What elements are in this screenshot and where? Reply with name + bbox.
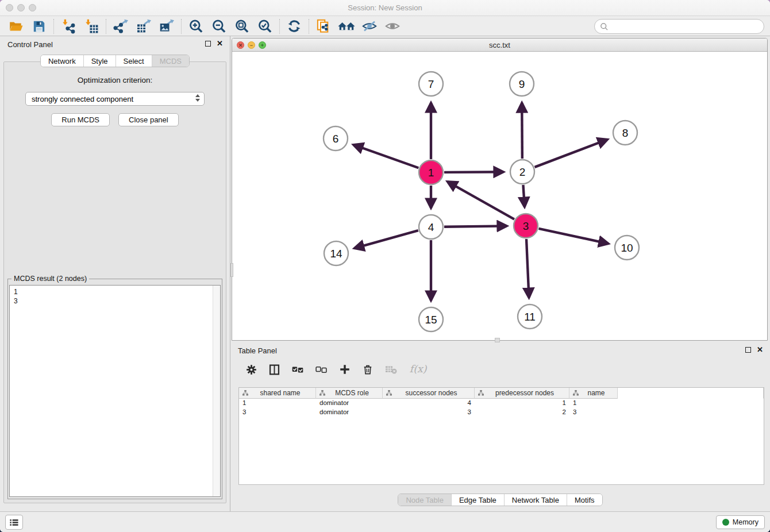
open-session-icon[interactable] — [5, 18, 28, 35]
graph-edge-4-14[interactable] — [355, 230, 418, 248]
refresh-icon[interactable] — [283, 18, 306, 35]
zoom-fit-icon[interactable] — [230, 18, 253, 35]
search-icon — [600, 22, 609, 31]
graph-edge-1-2[interactable] — [444, 172, 503, 172]
column-header-filler — [618, 388, 764, 399]
import-table-icon[interactable] — [80, 18, 103, 35]
table-row[interactable]: 3dominator323 — [239, 408, 764, 417]
graph-node-label: 14 — [330, 248, 342, 260]
float-table-panel-icon[interactable] — [745, 347, 751, 353]
first-neighbors-icon[interactable] — [335, 18, 358, 35]
table-cell[interactable]: 4 — [383, 399, 475, 408]
graph-node-label: 9 — [519, 78, 525, 90]
tab-motifs[interactable]: Motifs — [567, 494, 602, 506]
add-row-icon[interactable] — [338, 363, 351, 378]
function-builder-icon: f(x) — [409, 363, 432, 379]
graph-node-label: 15 — [425, 314, 437, 326]
table-body: 1dominator4113dominator323 — [239, 399, 764, 417]
graph-edge-2-3[interactable] — [523, 185, 524, 207]
toolbar-separator — [309, 19, 309, 34]
network-canvas[interactable]: 1234678910111415 — [232, 52, 767, 340]
desktop: Session: New Session — [0, 0, 770, 532]
table-tabs: Node TableEdge TableNetwork TableMotifs — [398, 494, 602, 506]
tab-network-table[interactable]: Network Table — [504, 494, 567, 506]
control-panel-tabs: NetworkStyleSelectMCDS — [40, 55, 190, 67]
graph-node-label: 1 — [428, 167, 434, 179]
delete-table-icon — [384, 364, 398, 377]
search-input[interactable] — [609, 21, 764, 32]
export-table-icon[interactable] — [132, 18, 155, 35]
tab-mcds[interactable]: MCDS — [152, 55, 189, 67]
duplicate-network-icon[interactable] — [312, 18, 335, 35]
horizontal-splitter-handle[interactable] — [495, 338, 500, 342]
export-network-icon[interactable] — [109, 18, 132, 35]
mcds-result-title: MCDS result (2 nodes) — [11, 275, 89, 283]
column-header-successor-nodes[interactable]: successor nodes — [383, 388, 475, 399]
table-cell[interactable]: 1 — [475, 399, 569, 408]
mcds-panel: Optimization criterion: strongly connect… — [3, 61, 226, 503]
graph-edge-3-10[interactable] — [538, 229, 608, 244]
node-table[interactable]: shared nameMCDS rolesuccessor nodesprede… — [238, 387, 764, 485]
network-window-titlebar: ✕ − + scc.txt — [232, 38, 767, 52]
memory-label: Memory — [733, 518, 759, 526]
import-network-icon[interactable] — [57, 18, 80, 35]
graph-edge-3-1[interactable] — [448, 182, 514, 219]
graph-edge-4-3[interactable] — [444, 226, 507, 226]
vertical-splitter-handle[interactable] — [230, 263, 233, 277]
table-cell[interactable]: 3 — [569, 408, 618, 417]
list-icon — [9, 518, 19, 527]
search-field[interactable] — [594, 19, 764, 34]
memory-button[interactable]: Memory — [716, 515, 765, 529]
graph-edge-3-11[interactable] — [526, 239, 529, 298]
save-session-icon[interactable] — [28, 18, 51, 35]
graph-node-label: 11 — [524, 311, 536, 323]
tab-node-table[interactable]: Node Table — [398, 494, 451, 506]
result-scrollbar[interactable] — [213, 286, 220, 496]
svg-text:f(x): f(x) — [410, 363, 428, 375]
mcds-result-list[interactable]: 13 — [9, 285, 221, 497]
optimization-criterion-value: strongly connected component — [32, 95, 133, 103]
right-column: ✕ − + scc.txt 1234678910111415 — [230, 36, 770, 511]
column-header-predecessor-nodes[interactable]: predecessor nodes — [475, 388, 569, 399]
show-all-eye-icon[interactable] — [381, 18, 404, 35]
zoom-selected-icon[interactable] — [253, 18, 276, 35]
column-header-name[interactable]: name — [569, 388, 618, 399]
table-cell[interactable]: 1 — [569, 399, 618, 408]
close-table-panel-icon[interactable]: ✕ — [757, 347, 763, 353]
deselect-all-icon[interactable] — [315, 364, 328, 377]
select-all-icon[interactable] — [291, 364, 304, 377]
run-mcds-button[interactable]: Run MCDS — [51, 113, 110, 126]
column-header-shared-name[interactable]: shared name — [239, 388, 316, 399]
optimization-criterion-select[interactable]: strongly connected component — [25, 92, 205, 106]
table-cell[interactable]: 2 — [475, 408, 569, 417]
export-image-icon[interactable] — [155, 18, 178, 35]
graph-edge-2-9[interactable] — [522, 103, 522, 159]
show-columns-icon[interactable] — [268, 364, 280, 378]
tab-style[interactable]: Style — [83, 55, 116, 67]
delete-row-icon[interactable] — [362, 364, 374, 378]
column-header-MCDS-role[interactable]: MCDS role — [316, 388, 383, 399]
tab-edge-table[interactable]: Edge Table — [451, 494, 504, 506]
mcds-result-group: MCDS result (2 nodes) 13 — [7, 279, 222, 499]
graph-node-label: 10 — [621, 242, 633, 254]
zoom-in-icon[interactable] — [184, 18, 207, 35]
table-cell[interactable]: 3 — [239, 408, 316, 417]
close-panel-button[interactable]: Close panel — [118, 113, 179, 126]
tab-network[interactable]: Network — [41, 55, 83, 67]
zoom-out-icon[interactable] — [207, 18, 230, 35]
log-console-button[interactable] — [5, 515, 23, 530]
close-panel-icon[interactable]: ✕ — [217, 41, 223, 47]
graph-edge-2-8[interactable] — [535, 140, 608, 167]
float-panel-icon[interactable] — [205, 41, 211, 47]
optimization-criterion-label: Optimization criterion: — [4, 76, 226, 84]
table-cell[interactable]: dominator — [316, 399, 383, 408]
table-row[interactable]: 1dominator411 — [239, 399, 764, 408]
graph-edge-1-6[interactable] — [353, 145, 418, 168]
settings-gear-icon[interactable] — [245, 364, 257, 378]
table-cell[interactable]: 3 — [383, 408, 475, 417]
table-cell[interactable]: 1 — [239, 399, 316, 408]
table-cell[interactable]: dominator — [316, 408, 383, 417]
tab-select[interactable]: Select — [116, 55, 152, 67]
hide-selected-eye-icon[interactable] — [358, 18, 381, 35]
toolbar-separator — [181, 19, 182, 34]
